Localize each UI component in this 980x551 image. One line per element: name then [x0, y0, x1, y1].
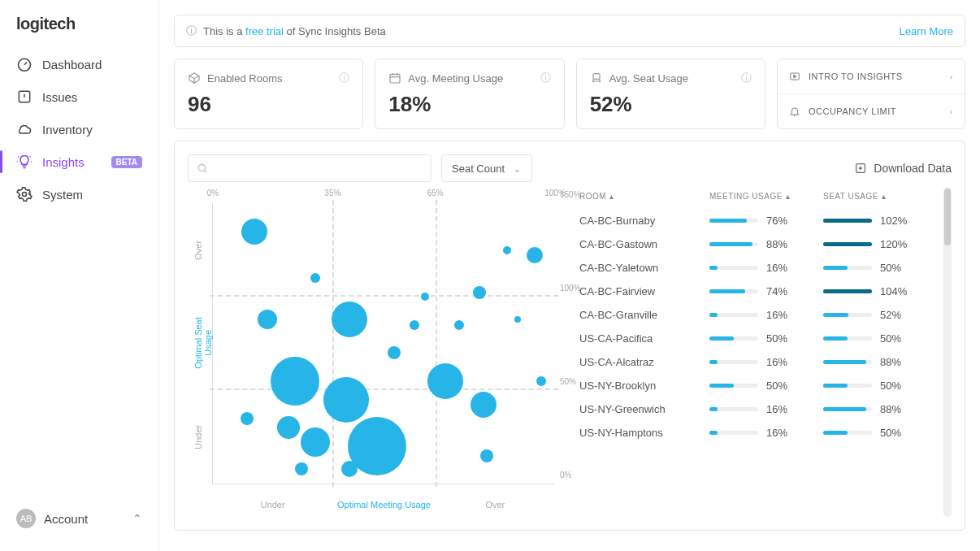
bar-fill: [709, 336, 734, 341]
table-row[interactable]: US-CA-Alcatraz16%88%: [579, 350, 937, 374]
search-input[interactable]: [188, 154, 431, 182]
meeting-usage-cell: 74%: [709, 285, 823, 297]
seat-usage-cell: 104%: [823, 285, 937, 297]
sidebar-item-system[interactable]: System: [0, 178, 158, 210]
bubble[interactable]: [480, 449, 493, 462]
nav-label: Issues: [42, 90, 77, 104]
bar-track: [709, 289, 758, 293]
download-data-button[interactable]: Download Data: [854, 162, 952, 175]
scrollbar-thumb[interactable]: [944, 189, 951, 245]
table-row[interactable]: CA-BC-Granville16%52%: [579, 303, 937, 327]
occupancy-limit-link[interactable]: OCCUPANCY LIMIT ›: [778, 93, 965, 128]
seat-count-dropdown[interactable]: Seat Count ⌄: [441, 154, 532, 182]
seat-usage-cell: 50%: [823, 332, 937, 345]
bubble[interactable]: [454, 320, 464, 330]
bubble[interactable]: [271, 357, 319, 406]
bubble[interactable]: [388, 346, 401, 359]
play-icon: [789, 71, 800, 82]
bubble[interactable]: [514, 316, 521, 323]
table-row[interactable]: US-CA-Pacifica50%50%: [579, 327, 937, 350]
bubble[interactable]: [323, 377, 369, 423]
table-row[interactable]: CA-BC-Yaletown16%50%: [579, 256, 937, 280]
su-value: 102%: [880, 215, 907, 227]
bubble[interactable]: [470, 392, 497, 418]
mu-value: 16%: [766, 262, 787, 274]
bar-track: [709, 431, 758, 435]
su-value: 50%: [880, 380, 901, 392]
table-row[interactable]: CA-BC-Burnaby76%102%: [579, 209, 937, 232]
table-row[interactable]: US-NY-Brooklyn50%50%: [579, 374, 937, 397]
sidebar-item-inventory[interactable]: Inventory: [0, 113, 158, 145]
bar-track: [823, 336, 872, 341]
bubble[interactable]: [241, 219, 267, 245]
side-link-label: INTRO TO INSIGHTS: [809, 72, 903, 81]
col-meeting-usage[interactable]: MEETING USAGE ▴: [709, 192, 823, 201]
col-label: MEETING USAGE: [709, 192, 783, 201]
su-value: 88%: [880, 356, 901, 368]
col-room[interactable]: ROOM ▴: [579, 192, 709, 201]
bulb-icon: [16, 154, 33, 170]
scrollbar[interactable]: [943, 187, 952, 517]
meeting-usage-cell: 76%: [709, 215, 823, 227]
table-row[interactable]: US-NY-Greenwich16%88%: [579, 397, 937, 421]
bell-icon: [789, 106, 800, 117]
bubble[interactable]: [295, 462, 308, 475]
bubble[interactable]: [241, 412, 254, 425]
bubble[interactable]: [421, 293, 429, 301]
sidebar-item-issues[interactable]: Issues: [0, 80, 158, 113]
mu-value: 50%: [766, 380, 787, 392]
bubble[interactable]: [258, 310, 277, 329]
bubble[interactable]: [332, 302, 367, 337]
bubble[interactable]: [527, 247, 543, 263]
bar-fill: [823, 360, 866, 364]
bubble[interactable]: [301, 427, 330, 457]
kpi-value: 52%: [590, 92, 752, 117]
mu-value: 16%: [766, 309, 787, 321]
table-row[interactable]: CA-BC-Fairview74%104%: [579, 280, 937, 303]
download-icon: [854, 162, 867, 175]
info-icon[interactable]: ⓘ: [540, 71, 551, 85]
room-name: CA-BC-Granville: [579, 309, 709, 321]
svg-point-0: [19, 59, 31, 71]
bar-track: [709, 266, 758, 270]
sidebar-item-insights[interactable]: InsightsBETA: [0, 145, 158, 178]
bubble[interactable]: [277, 416, 300, 439]
learn-more-link[interactable]: Learn More: [900, 25, 953, 37]
kpi-row: Enabled Rooms ⓘ 96 Avg. Meeting Usage ⓘ …: [174, 59, 965, 129]
trial-prefix: This is a: [203, 25, 245, 37]
account-menu[interactable]: AB Account ⌃: [0, 501, 158, 536]
info-icon[interactable]: ⓘ: [741, 71, 752, 85]
intro-insights-link[interactable]: INTRO TO INSIGHTS ›: [778, 59, 965, 93]
bar-track: [709, 336, 758, 341]
dropdown-label: Seat Count: [452, 163, 505, 175]
sidebar-item-dashboard[interactable]: Dashboard: [0, 48, 158, 80]
seat-usage-cell: 88%: [823, 356, 937, 368]
table-row[interactable]: US-NY-Hamptons16%50%: [579, 421, 937, 445]
bubble[interactable]: [427, 363, 463, 399]
col-seat-usage[interactable]: SEAT USAGE ▴: [823, 192, 937, 201]
room-name: CA-BC-Burnaby: [579, 215, 709, 227]
room-name: US-NY-Brooklyn: [579, 380, 709, 392]
search-icon: [197, 163, 208, 174]
bar-track: [823, 384, 872, 388]
bubble[interactable]: [341, 461, 358, 477]
sort-icon: ▴: [882, 192, 887, 201]
info-icon[interactable]: ⓘ: [339, 71, 349, 85]
kpi-value: 18%: [388, 92, 550, 117]
main: ⓘ This is a free trial of Sync Insights …: [159, 0, 980, 551]
bubble[interactable]: [536, 376, 546, 386]
trial-text: This is a free trial of Sync Insights Be…: [203, 25, 386, 37]
bubble[interactable]: [410, 320, 419, 330]
bar-fill: [823, 242, 872, 246]
bar-track: [709, 313, 758, 317]
table-row[interactable]: CA-BC-Gastown88%120%: [579, 232, 937, 256]
bubble[interactable]: [503, 246, 511, 254]
su-value: 50%: [880, 427, 901, 439]
bubble[interactable]: [310, 273, 320, 283]
x-tick: 0%: [207, 189, 219, 197]
mu-value: 76%: [766, 215, 787, 227]
bubble[interactable]: [473, 286, 486, 299]
trial-link[interactable]: free trial: [245, 25, 284, 37]
meeting-usage-cell: 88%: [709, 238, 823, 250]
svg-point-2: [23, 193, 27, 197]
